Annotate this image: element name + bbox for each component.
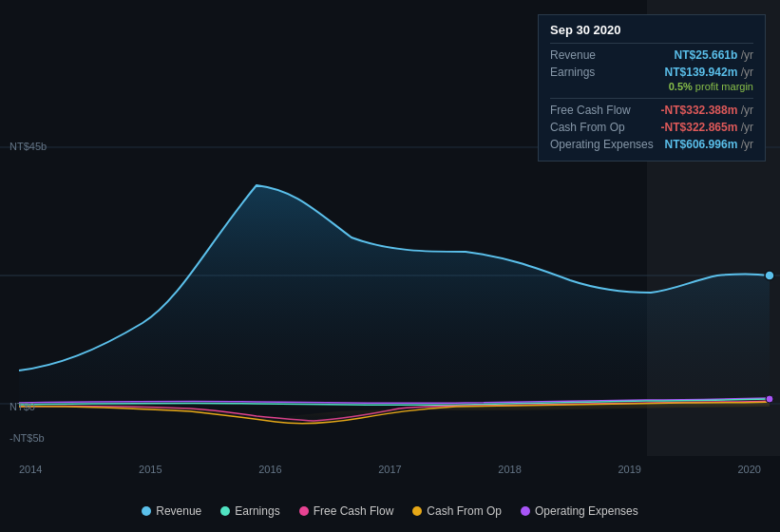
y-axis-mid-label: NT$0 [10,401,35,412]
legend-fcf-dot [299,506,309,516]
legend: Revenue Earnings Free Cash Flow Cash Fro… [0,504,780,518]
svg-point-3 [765,271,774,280]
tooltip-opex-label: Operating Expenses [550,138,654,151]
x-label-2020: 2020 [737,464,760,475]
legend-fcf[interactable]: Free Cash Flow [299,504,394,518]
legend-earnings[interactable]: Earnings [220,504,279,518]
tooltip-box: Sep 30 2020 Revenue NT$25.661b /yr Earni… [538,14,766,162]
legend-cashfromop-dot [412,506,422,516]
tooltip-cashfromop-value: -NT$322.865m /yr [661,121,753,134]
tooltip-earnings-value: NT$139.942m /yr [665,66,753,79]
legend-revenue-dot [142,506,151,516]
y-axis-top-label: NT$45b [10,141,47,152]
y-axis-bottom-label: -NT$5b [10,432,45,444]
tooltip-opex-row: Operating Expenses NT$606.996m /yr [550,136,753,153]
legend-earnings-label: Earnings [235,504,279,518]
legend-fcf-label: Free Cash Flow [314,504,394,518]
x-label-2015: 2015 [139,464,162,475]
x-label-2017: 2017 [378,464,401,475]
tooltip-revenue-label: Revenue [550,48,596,62]
tooltip-revenue-value: NT$25.661b /yr [675,48,753,62]
legend-revenue[interactable]: Revenue [142,504,201,518]
tooltip-earnings-label: Earnings [550,66,595,79]
svg-point-4 [766,395,773,403]
x-axis: 2014 2015 2016 2017 2018 2019 2020 [0,464,780,475]
tooltip-revenue-row: Revenue NT$25.661b /yr [550,47,753,64]
tooltip-margin: 0.5% profit margin [550,81,753,95]
tooltip-fcf-value: -NT$332.388m /yr [661,104,753,117]
legend-earnings-dot [220,506,230,516]
legend-revenue-label: Revenue [156,504,201,518]
x-label-2018: 2018 [498,464,521,475]
legend-opex[interactable]: Operating Expenses [521,504,638,518]
legend-opex-label: Operating Expenses [535,504,638,518]
legend-cashfromop[interactable]: Cash From Op [412,504,502,518]
tooltip-earnings-row: Earnings NT$139.942m /yr [550,64,753,81]
tooltip-fcf-label: Free Cash Flow [550,104,631,117]
x-label-2019: 2019 [618,464,640,475]
chart-container: NT$45b NT$0 -NT$5b 2014 2015 2016 2017 2… [0,0,780,532]
legend-opex-dot [521,506,530,516]
tooltip-opex-value: NT$606.996m /yr [665,138,753,151]
tooltip-fcf-row: Free Cash Flow -NT$332.388m /yr [550,102,753,119]
tooltip-cashfromop-label: Cash From Op [550,121,625,134]
x-label-2014: 2014 [19,464,42,475]
x-label-2016: 2016 [258,464,281,475]
tooltip-cashfromop-row: Cash From Op -NT$322.865m /yr [550,119,753,136]
tooltip-date: Sep 30 2020 [550,23,753,37]
legend-cashfromop-label: Cash From Op [427,504,502,518]
